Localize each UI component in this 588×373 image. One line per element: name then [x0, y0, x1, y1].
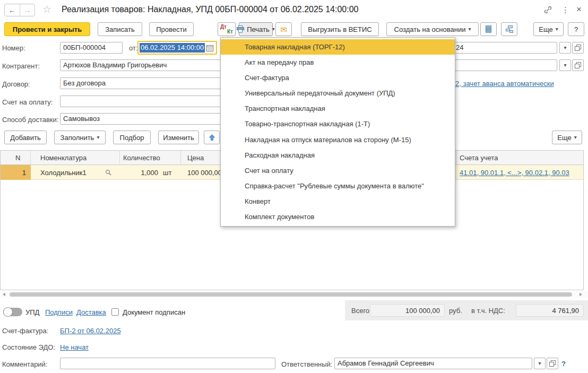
- scrollbar-thumb[interactable]: [10, 292, 572, 297]
- magnifier-icon[interactable]: [105, 165, 120, 180]
- delivery-link[interactable]: Доставка: [76, 308, 106, 316]
- print-menu-item[interactable]: Товарно-транспортная накладная (1-Т): [221, 116, 455, 132]
- delivery-method-label: Способ доставки:: [2, 116, 58, 124]
- print-menu-item[interactable]: Товарная накладная (ТОРГ-12): [221, 39, 455, 55]
- print-menu-item[interactable]: Транспортная накладная: [221, 101, 455, 116]
- date-field[interactable]: 06.02.2025 14:00:00: [137, 41, 217, 55]
- open-item-icon[interactable]: [572, 59, 584, 71]
- print-menu-item[interactable]: Счет-фактура: [221, 70, 455, 85]
- register-records-button[interactable]: [480, 22, 497, 36]
- document-signed-label: Документ подписан: [123, 308, 185, 316]
- envelope-icon: ✉: [280, 25, 287, 33]
- post-and-close-button[interactable]: Провести и закрыть: [4, 22, 90, 36]
- arrow-up-icon: [209, 134, 215, 141]
- back-icon[interactable]: ←: [5, 4, 20, 16]
- invoice-label: Счет-фактура:: [2, 327, 48, 335]
- print-menu-item[interactable]: Комплект документов: [221, 209, 455, 224]
- structure-icon: [506, 25, 513, 33]
- print-menu-item[interactable]: Акт на передачу прав: [221, 55, 455, 70]
- nomenclature-cell[interactable]: Холодильник1: [31, 165, 105, 180]
- print-menu-item[interactable]: Конверт: [221, 194, 455, 209]
- row-number-cell[interactable]: 1: [1, 165, 31, 180]
- signatures-link[interactable]: Подписи: [45, 308, 73, 316]
- total-value: 100 000,00: [370, 304, 445, 317]
- dropdown-arrow-icon: ▾: [468, 27, 471, 32]
- vat-label: в т.ч. НДС:: [471, 307, 505, 315]
- create-based-on-button[interactable]: Создать на основании ▾: [386, 22, 479, 36]
- save-button[interactable]: Записать: [98, 22, 142, 36]
- date-value: 06.02.2025 14:00:00: [140, 43, 205, 53]
- get-link-icon[interactable]: [543, 5, 552, 14]
- dtkt-register-button[interactable]: ДтКт: [218, 22, 236, 36]
- vat-value: 4 761,90: [516, 304, 584, 317]
- edo-state-link[interactable]: Не начат: [60, 343, 89, 351]
- vetis-export-button[interactable]: Выгрузить в ВЕТИС: [301, 22, 379, 36]
- forward-icon[interactable]: →: [20, 4, 35, 16]
- combo-arrow-icon[interactable]: ▾: [534, 358, 546, 369]
- print-button[interactable]: Печать ▾: [239, 22, 273, 36]
- help-button[interactable]: ?: [568, 22, 584, 36]
- add-row-button[interactable]: Добавить: [4, 131, 47, 144]
- responsible-field[interactable]: Абрамов Геннадий Сергеевич: [334, 358, 532, 369]
- date-label: от:: [129, 44, 138, 52]
- move-row-up-button[interactable]: [204, 131, 220, 144]
- print-menu-item[interactable]: Счет на оплату: [221, 163, 455, 178]
- comment-field[interactable]: [60, 358, 275, 369]
- responsible-label: Ответственный:: [281, 360, 332, 368]
- post-button[interactable]: Провести: [149, 22, 194, 36]
- fill-button[interactable]: Заполнить ▾: [54, 131, 106, 144]
- pick-button[interactable]: Подбор: [113, 131, 151, 144]
- calendar-icon[interactable]: [206, 45, 213, 51]
- responsible-help-link[interactable]: ?: [561, 360, 566, 368]
- open-item-icon[interactable]: [572, 42, 584, 54]
- totals-strip: Всего: 100 000,00 руб. в т.ч. НДС: 4 761…: [345, 300, 588, 320]
- column-header-accounts[interactable]: Счета учета: [456, 151, 584, 165]
- dropdown-arrow-icon: ▾: [272, 27, 275, 32]
- settlements-link[interactable]: 2, зачет аванса автоматически: [455, 80, 554, 88]
- print-menu-item[interactable]: Универсальный передаточный документ (УПД…: [221, 85, 455, 101]
- print-menu-item[interactable]: Расходная накладная: [221, 148, 455, 163]
- document-window: ← → ☆ Реализация товаров: Накладная, УПД…: [0, 0, 588, 373]
- printer-icon: [237, 25, 244, 33]
- scroll-left-icon[interactable]: [3, 293, 5, 296]
- edo-state-label: Состояние ЭДО:: [2, 343, 55, 351]
- column-header-n[interactable]: N: [1, 151, 31, 165]
- currency-label: руб.: [449, 307, 462, 315]
- combo-arrow-icon[interactable]: ▾: [559, 42, 571, 54]
- favorite-star-icon[interactable]: ☆: [42, 3, 51, 15]
- dropdown-arrow-icon: ▾: [97, 135, 99, 140]
- dropdown-arrow-icon: ▾: [574, 135, 577, 140]
- accounts-cell[interactable]: 41.01, 90.01.1, <...>, 90.02.1, 90.03: [460, 165, 584, 180]
- close-icon[interactable]: ×: [576, 4, 582, 15]
- upd-toggle[interactable]: [3, 308, 22, 316]
- upd-label: УПД: [25, 308, 39, 316]
- scroll-right-icon[interactable]: [580, 293, 582, 296]
- related-documents-button[interactable]: [501, 22, 517, 36]
- quantity-cell[interactable]: 1,000: [120, 165, 158, 180]
- total-label: Всего:: [351, 307, 371, 315]
- send-email-button[interactable]: ✉: [275, 22, 292, 36]
- combo-arrow-icon[interactable]: ▾: [559, 59, 571, 71]
- edit-button[interactable]: Изменить: [158, 131, 199, 144]
- register-list-icon: [485, 25, 492, 33]
- print-menu-item[interactable]: Справка-расчет "Рублевые суммы документа…: [221, 178, 455, 194]
- print-menu-item[interactable]: Накладная на отпуск материалов на сторон…: [221, 132, 455, 147]
- nav-history-group: ← →: [4, 4, 35, 16]
- dtkt-icon: ДтКт: [220, 24, 233, 34]
- window-menu-icon[interactable]: ⋮: [561, 5, 569, 15]
- document-signed-checkbox[interactable]: [111, 308, 119, 316]
- page-title: Реализация товаров: Накладная, УПД 00БП-…: [62, 5, 358, 14]
- column-header-qty[interactable]: Количество: [120, 151, 181, 165]
- invoice-link[interactable]: БП-2 от 06.02.2025: [60, 327, 121, 335]
- open-item-icon[interactable]: [547, 358, 558, 369]
- more-actions-button[interactable]: Еще ▾: [533, 22, 564, 36]
- comment-label: Комментарий:: [2, 360, 48, 368]
- toggle-knob: [3, 307, 13, 317]
- dropdown-arrow-icon: ▾: [556, 27, 558, 32]
- number-field[interactable]: 00БП-000004: [60, 42, 123, 54]
- grid-more-button[interactable]: Еще ▾: [552, 131, 582, 144]
- horizontal-scrollbar[interactable]: [0, 291, 588, 298]
- column-header-nomenclature[interactable]: Номенклатура: [31, 151, 120, 165]
- accounts-link[interactable]: 41.01, 90.01.1, <...>, 90.02.1, 90.03: [460, 169, 569, 177]
- unit-cell[interactable]: шт: [163, 165, 181, 180]
